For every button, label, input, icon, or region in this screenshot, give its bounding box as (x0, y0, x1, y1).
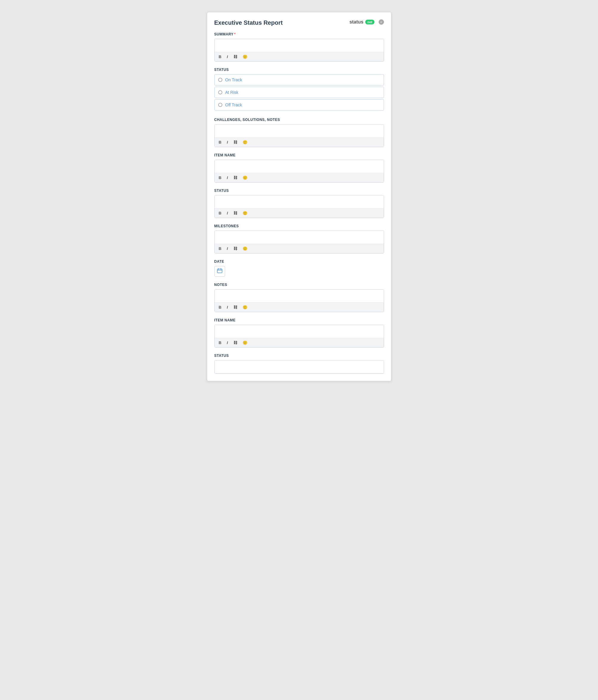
item-name-1-toolbar: B I ⛓ 🙂 (215, 173, 384, 182)
notes-italic-button[interactable]: I (226, 304, 229, 310)
challenges-link-button[interactable]: ⛓ (232, 140, 238, 145)
status-option-off-track[interactable]: Off Track (214, 99, 384, 110)
milestones-emoji-icon: 🙂 (242, 246, 248, 251)
challenges-bold-button[interactable]: B (217, 140, 223, 145)
modal-title: Executive Status Report (214, 19, 283, 26)
notes-label: NOTES (214, 283, 384, 287)
status-2-toolbar: B I ⛓ 🙂 (215, 208, 384, 218)
notes-emoji-icon: 🙂 (242, 305, 248, 309)
milestones-label: MILESTONES (214, 224, 384, 228)
item-name-2-emoji-button[interactable]: 🙂 (241, 340, 249, 346)
challenges-editor: B I ⛓ 🙂 (214, 124, 384, 147)
summary-link-button[interactable]: ⛓ (232, 54, 238, 59)
status-3-label: STATUS (214, 354, 384, 358)
item-name-1-editor: B I ⛓ 🙂 (214, 160, 384, 182)
challenges-section: CHALLENGES, SOLUTIONS, NOTES B I ⛓ 🙂 (214, 118, 384, 147)
status-2-emoji-button[interactable]: 🙂 (241, 210, 249, 216)
radio-at-risk (218, 90, 223, 94)
item-name-1-link-icon: ⛓ (233, 175, 237, 180)
item-name-1-input[interactable] (215, 160, 384, 173)
date-section: DATE (214, 259, 384, 277)
notes-emoji-button[interactable]: 🙂 (241, 304, 249, 310)
item-name-1-italic-button[interactable]: I (226, 175, 229, 180)
status-off-track-label: Off Track (225, 102, 242, 107)
logo-text: status (349, 19, 363, 25)
milestones-editor: B I ⛓ 🙂 (214, 230, 384, 253)
status-2-link-button[interactable]: ⛓ (232, 210, 238, 216)
modal-header: Executive Status Report status net × (214, 19, 384, 26)
calendar-icon (217, 268, 223, 275)
milestones-input[interactable] (215, 231, 384, 244)
item-name-2-bold-button[interactable]: B (217, 340, 223, 346)
summary-bold-button[interactable]: B (217, 54, 223, 59)
item-name-2-editor: B I ⛓ 🙂 (214, 325, 384, 348)
notes-bold-button[interactable]: B (217, 304, 223, 310)
challenges-link-icon: ⛓ (233, 140, 237, 145)
status-2-input[interactable] (215, 195, 384, 208)
notes-toolbar: B I ⛓ 🙂 (215, 303, 384, 312)
radio-on-track (218, 78, 223, 82)
milestones-emoji-button[interactable]: 🙂 (241, 246, 249, 251)
status-2-section: STATUS B I ⛓ 🙂 (214, 189, 384, 218)
notes-link-icon: ⛓ (233, 305, 237, 309)
item-name-2-section: ITEM NAME B I ⛓ 🙂 (214, 318, 384, 348)
item-name-1-emoji-icon: 🙂 (242, 175, 248, 180)
item-name-2-emoji-icon: 🙂 (242, 341, 248, 345)
status-section: STATUS On Track At Risk Off Track (214, 68, 384, 112)
svg-rect-0 (217, 269, 222, 273)
item-name-2-label: ITEM NAME (214, 318, 384, 322)
challenges-label: CHALLENGES, SOLUTIONS, NOTES (214, 118, 384, 122)
notes-input[interactable] (215, 290, 384, 303)
status-options-group: On Track At Risk Off Track (214, 74, 384, 112)
status-label: STATUS (214, 68, 384, 72)
item-name-2-input[interactable] (215, 325, 384, 338)
summary-italic-button[interactable]: I (226, 54, 229, 59)
summary-label: SUMMARY* (214, 32, 384, 36)
link-icon: ⛓ (233, 54, 237, 59)
status-2-editor: B I ⛓ 🙂 (214, 195, 384, 218)
challenges-italic-button[interactable]: I (226, 140, 229, 145)
required-indicator: * (234, 32, 236, 36)
milestones-section: MILESTONES B I ⛓ 🙂 (214, 224, 384, 253)
notes-section: NOTES B I ⛓ 🙂 (214, 283, 384, 312)
date-label: DATE (214, 259, 384, 264)
notes-editor: B I ⛓ 🙂 (214, 289, 384, 312)
item-name-2-italic-button[interactable]: I (226, 340, 229, 346)
milestones-italic-button[interactable]: I (226, 246, 229, 251)
status-option-on-track[interactable]: On Track (214, 74, 384, 85)
modal-logo-group: status net × (349, 19, 384, 25)
item-name-1-section: ITEM NAME B I ⛓ 🙂 (214, 153, 384, 182)
status-3-input[interactable] (215, 360, 384, 374)
status-at-risk-label: At Risk (225, 90, 238, 95)
notes-link-button[interactable]: ⛓ (232, 304, 238, 310)
summary-emoji-button[interactable]: 🙂 (241, 54, 249, 59)
summary-toolbar: B I ⛓ 🙂 (215, 52, 384, 61)
summary-editor: B I ⛓ 🙂 (214, 39, 384, 62)
close-button[interactable]: × (379, 19, 384, 25)
modal-title-group: Executive Status Report (214, 19, 283, 26)
status-2-emoji-icon: 🙂 (242, 211, 248, 215)
summary-section: SUMMARY* B I ⛓ 🙂 (214, 32, 384, 62)
status-2-italic-button[interactable]: I (226, 210, 229, 216)
item-name-1-link-button[interactable]: ⛓ (232, 175, 238, 180)
item-name-1-label: ITEM NAME (214, 153, 384, 157)
item-name-1-emoji-button[interactable]: 🙂 (241, 175, 249, 180)
milestones-link-button[interactable]: ⛓ (232, 246, 238, 251)
status-3-section: STATUS (214, 354, 384, 374)
emoji-icon: 🙂 (242, 54, 248, 59)
item-name-1-bold-button[interactable]: B (217, 175, 223, 180)
item-name-2-link-button[interactable]: ⛓ (232, 340, 238, 346)
radio-off-track (218, 103, 223, 107)
challenges-emoji-button[interactable]: 🙂 (241, 140, 249, 145)
status-on-track-label: On Track (225, 77, 242, 82)
date-picker-button[interactable] (214, 266, 225, 277)
status-2-link-icon: ⛓ (233, 211, 237, 215)
milestones-toolbar: B I ⛓ 🙂 (215, 244, 384, 253)
milestones-bold-button[interactable]: B (217, 246, 223, 251)
status-2-bold-button[interactable]: B (217, 210, 223, 216)
status-option-at-risk[interactable]: At Risk (214, 87, 384, 98)
summary-input[interactable] (215, 39, 384, 52)
challenges-input[interactable] (215, 125, 384, 138)
modal: Executive Status Report status net × SUM… (207, 12, 391, 381)
status-2-label: STATUS (214, 189, 384, 193)
